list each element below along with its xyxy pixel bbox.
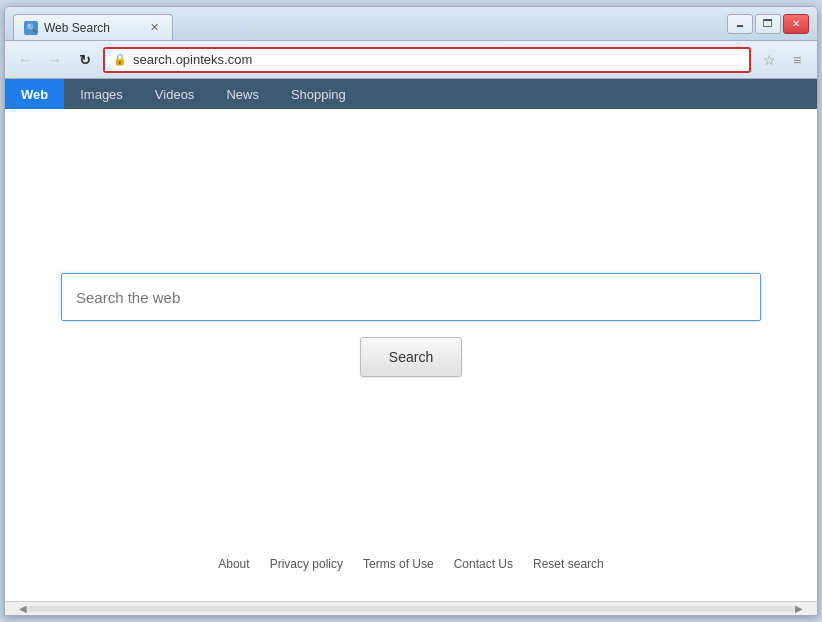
tab-favicon: 🔍: [24, 21, 38, 35]
horizontal-scrollbar: ◀ ▶: [5, 601, 817, 615]
scroll-left-arrow[interactable]: ◀: [19, 603, 27, 614]
search-input-wrapper: [61, 273, 761, 321]
tab-title: Web Search: [44, 21, 140, 35]
nav-tab-web[interactable]: Web: [5, 79, 64, 109]
search-button[interactable]: Search: [360, 337, 462, 377]
title-bar: 🔍 Web Search ✕ 🗕 🗖 ✕: [5, 7, 817, 41]
nav-tab-images[interactable]: Images: [64, 79, 139, 109]
back-button[interactable]: ←: [13, 48, 37, 72]
window-controls: 🗕 🗖 ✕: [727, 14, 809, 34]
address-bar: ← → ↻ 🔒 search.opinteks.com ☆ ≡: [5, 41, 817, 79]
tab-strip: 🔍 Web Search ✕: [13, 7, 727, 40]
maximize-button[interactable]: 🗖: [755, 14, 781, 34]
bookmark-button[interactable]: ☆: [757, 48, 781, 72]
close-button[interactable]: ✕: [783, 14, 809, 34]
url-icon: 🔒: [113, 53, 127, 66]
search-input[interactable]: [61, 273, 761, 321]
footer-reset-link[interactable]: Reset search: [533, 557, 604, 571]
footer-contact-link[interactable]: Contact Us: [454, 557, 513, 571]
footer-terms-link[interactable]: Terms of Use: [363, 557, 434, 571]
url-text: search.opinteks.com: [133, 52, 252, 67]
reload-button[interactable]: ↻: [73, 48, 97, 72]
url-bar[interactable]: 🔒 search.opinteks.com: [103, 47, 751, 73]
scroll-right-arrow[interactable]: ▶: [795, 603, 803, 614]
minimize-button[interactable]: 🗕: [727, 14, 753, 34]
browser-window: 🔍 Web Search ✕ 🗕 🗖 ✕ ← → ↻ 🔒 search.opin…: [4, 6, 818, 616]
active-tab[interactable]: 🔍 Web Search ✕: [13, 14, 173, 40]
menu-button[interactable]: ≡: [785, 48, 809, 72]
footer-links: About Privacy policy Terms of Use Contac…: [5, 557, 817, 571]
scrollbar-track[interactable]: [27, 606, 795, 612]
nav-tab-news[interactable]: News: [210, 79, 275, 109]
main-content: Search About Privacy policy Terms of Use…: [5, 109, 817, 601]
nav-tab-videos[interactable]: Videos: [139, 79, 211, 109]
tab-close-button[interactable]: ✕: [146, 20, 162, 36]
forward-button[interactable]: →: [43, 48, 67, 72]
footer-privacy-link[interactable]: Privacy policy: [270, 557, 343, 571]
search-nav-tabs: Web Images Videos News Shopping: [5, 79, 817, 109]
search-container: Search: [41, 273, 781, 377]
nav-tab-shopping[interactable]: Shopping: [275, 79, 362, 109]
footer-about-link[interactable]: About: [218, 557, 249, 571]
address-actions: ☆ ≡: [757, 48, 809, 72]
